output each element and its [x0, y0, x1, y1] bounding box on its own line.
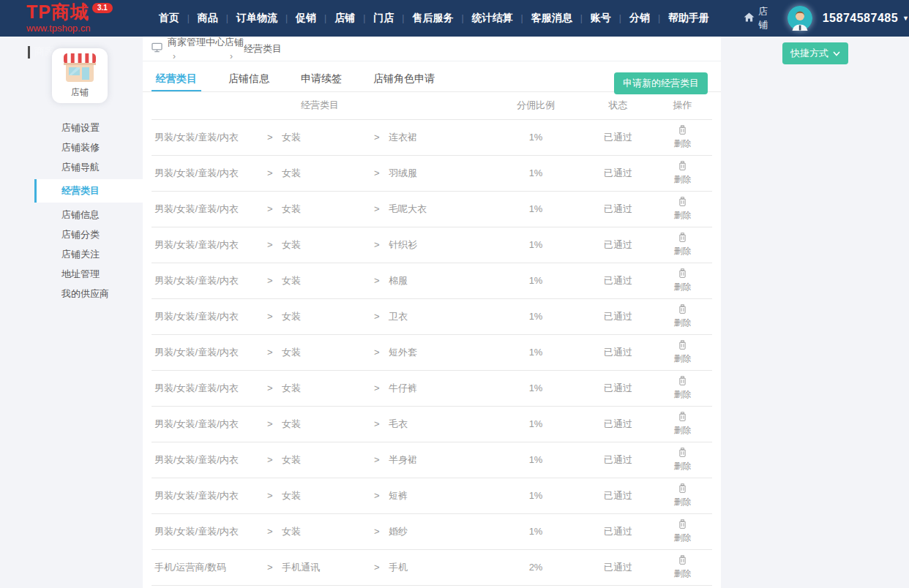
delete-label[interactable]: 删除	[674, 210, 692, 221]
delete-button[interactable]: 删除	[674, 555, 692, 579]
chevron-separator: >	[374, 298, 386, 334]
delete-label[interactable]: 删除	[674, 353, 692, 364]
top-nav-item[interactable]: 商品 |	[196, 9, 235, 28]
top-nav-item[interactable]: 促销 |	[294, 9, 333, 28]
quick-access-label[interactable]: 快捷方式	[790, 47, 828, 60]
top-nav-item-label[interactable]: 店铺	[333, 9, 356, 28]
top-nav-item[interactable]: 客服消息 |	[530, 9, 589, 28]
delete-label[interactable]: 删除	[674, 497, 692, 508]
top-nav-item-label[interactable]: 分销	[628, 9, 651, 28]
account-phone[interactable]: 15874587485	[823, 12, 898, 25]
category-level2: 女装	[279, 191, 374, 227]
category-level2: 女装	[279, 119, 374, 155]
tab[interactable]: 店铺信息	[224, 68, 274, 91]
trash-icon	[678, 125, 687, 138]
tab[interactable]: 申请续签	[296, 68, 346, 91]
sidebar-item[interactable]: 经营类目	[34, 179, 143, 203]
category-level3: 牛仔裤	[386, 370, 488, 406]
top-nav-item-label[interactable]: 客服消息	[530, 9, 574, 28]
tab[interactable]: 经营类目	[152, 68, 201, 91]
delete-button[interactable]: 删除	[674, 233, 692, 257]
column-header-action: 操作	[653, 92, 712, 119]
sidebar-item[interactable]: 店铺关注	[34, 244, 143, 264]
delete-button[interactable]: 删除	[674, 483, 692, 508]
sidebar-item[interactable]: 店铺导航	[34, 157, 143, 177]
delete-label[interactable]: 删除	[674, 389, 692, 400]
delete-button[interactable]: 删除	[674, 376, 692, 400]
top-nav-item-label[interactable]: 商品	[196, 9, 220, 28]
top-nav-item[interactable]: 账号 |	[589, 9, 628, 28]
delete-label[interactable]: 删除	[674, 282, 692, 293]
avatar[interactable]	[788, 6, 812, 31]
top-nav-item[interactable]: 分销 |	[628, 9, 667, 28]
sidebar-item[interactable]: 店铺装修	[34, 137, 143, 157]
category-level2: 女装	[279, 298, 374, 334]
top-nav-item-label[interactable]: 首页	[157, 9, 181, 28]
chevron-separator: >	[374, 478, 386, 513]
top-nav-item-label[interactable]: 订单物流	[235, 9, 279, 28]
delete-button[interactable]: 删除	[674, 161, 692, 185]
delete-label[interactable]: 删除	[674, 174, 692, 185]
top-nav-item-label[interactable]: 帮助手册	[667, 9, 711, 28]
table-row: 男装/女装/童装/内衣 > 女装 > 毛呢大衣 1% 已通过	[152, 191, 712, 227]
delete-button[interactable]: 删除	[674, 268, 692, 293]
nav-separator: |	[521, 13, 523, 23]
chevron-separator: >	[267, 227, 279, 263]
sidebar-item[interactable]: 地址管理	[34, 264, 143, 284]
delete-button[interactable]: 删除	[674, 412, 692, 436]
top-nav-item[interactable]: 统计结算 |	[471, 9, 530, 28]
commission-value: 1%	[488, 478, 583, 513]
delete-button[interactable]: 删除	[674, 519, 692, 543]
category-level2: 女装	[279, 155, 374, 191]
store-card-label: 店铺	[71, 86, 89, 99]
apply-new-category-button[interactable]: 申请新的经营类目	[614, 72, 708, 94]
top-nav-item[interactable]: 帮助手册 |	[667, 9, 726, 28]
breadcrumb-item[interactable]: 店铺	[225, 36, 244, 49]
delete-label[interactable]: 删除	[674, 317, 692, 328]
top-nav-item[interactable]: 门店 |	[372, 9, 411, 28]
breadcrumb-item[interactable]: 商家管理中心	[168, 36, 225, 49]
delete-label[interactable]: 删除	[674, 138, 692, 149]
delete-label[interactable]: 删除	[674, 461, 692, 472]
category-level2: 女装	[279, 406, 374, 442]
top-nav-item-label[interactable]: 统计结算	[471, 9, 515, 28]
sidebar-item[interactable]: 店铺设置	[34, 118, 143, 137]
chevron-separator: >	[374, 370, 386, 406]
tab[interactable]: 店铺角色申请	[369, 68, 439, 91]
delete-button[interactable]: 删除	[674, 448, 692, 472]
delete-label[interactable]: 删除	[674, 425, 692, 436]
shop-home-label[interactable]: 店铺	[758, 5, 777, 31]
top-nav-item-label[interactable]: 账号	[589, 9, 613, 28]
status-badge: 已通过	[583, 227, 653, 263]
top-nav-item-label[interactable]: 门店	[372, 9, 395, 28]
logo[interactable]: TP商城 3.1 www.tpshop.cn	[0, 3, 157, 34]
logo-title: TP商城	[26, 3, 89, 21]
top-nav-item[interactable]: 订单物流 |	[235, 9, 294, 28]
delete-label[interactable]: 删除	[674, 246, 692, 257]
top-nav-item[interactable]: 首页 |	[157, 9, 196, 28]
version-badge: 3.1	[92, 3, 113, 13]
top-nav-item-label[interactable]: 售后服务	[411, 9, 454, 28]
delete-button[interactable]: 删除	[674, 125, 692, 149]
sidebar-item[interactable]: 我的供应商	[34, 284, 143, 304]
delete-button[interactable]: 删除	[674, 304, 692, 328]
delete-button[interactable]: 删除	[674, 340, 692, 364]
top-nav-item[interactable]: 售后服务 |	[411, 9, 470, 28]
top-nav-item-label[interactable]: 促销	[294, 9, 318, 28]
store-app-card: 店铺	[52, 48, 108, 103]
category-level3: 棉服	[386, 263, 488, 298]
commission-value: 1%	[488, 334, 583, 370]
status-badge: 已通过	[583, 334, 653, 370]
nav-separator: |	[285, 13, 288, 23]
sidebar-item[interactable]: 店铺分类	[34, 225, 143, 244]
delete-label[interactable]: 删除	[674, 568, 692, 579]
quick-access-button[interactable]: 快捷方式	[782, 42, 848, 64]
account-dropdown[interactable]: 15874587485 ▼	[823, 12, 909, 25]
top-nav-item[interactable]: 店铺 |	[333, 9, 372, 28]
delete-label[interactable]: 删除	[674, 532, 692, 543]
breadcrumb-item[interactable]: 经营类目	[244, 42, 282, 56]
sidebar-item[interactable]: 店铺信息	[34, 205, 143, 225]
shop-home-link[interactable]: 店铺	[744, 5, 777, 31]
table-row: 男装/女装/童装/内衣 > 女装 > 卫衣 1% 已通过	[152, 298, 712, 334]
delete-button[interactable]: 删除	[674, 197, 692, 221]
